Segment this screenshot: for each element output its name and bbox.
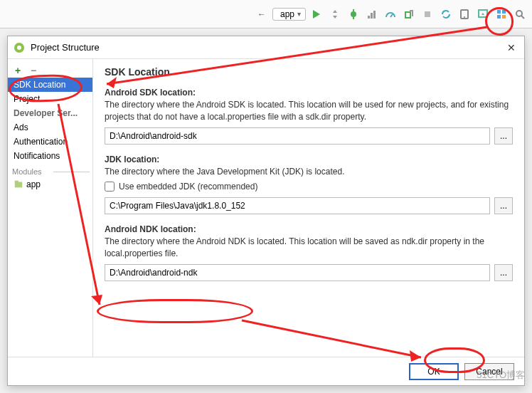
- svg-line-21: [521, 16, 524, 19]
- svg-point-4: [351, 11, 356, 17]
- panel-heading: SDK Location: [105, 66, 513, 78]
- project-structure-dialog: Project Structure ✕ + − SDK Location Pro…: [7, 36, 525, 386]
- svg-rect-16: [497, 10, 501, 14]
- svg-point-20: [516, 11, 522, 16]
- modules-separator: Modules: [8, 167, 92, 176]
- apply-changes-icon[interactable]: [327, 6, 343, 22]
- main-panel: SDK Location Android SDK location: The d…: [93, 59, 524, 357]
- sidebar-item-project[interactable]: Project: [8, 92, 92, 106]
- svg-line-10: [390, 14, 393, 17]
- sidebar-item-developer-services[interactable]: Developer Ser...: [8, 106, 92, 120]
- sdk-desc: The directory where the Android SDK is l…: [105, 99, 513, 123]
- sdk-section: Android SDK location: The directory wher…: [105, 88, 513, 145]
- svg-rect-9: [373, 11, 376, 19]
- svg-point-14: [464, 16, 465, 18]
- jdk-browse-button[interactable]: ...: [494, 197, 513, 214]
- svg-marker-3: [313, 10, 320, 19]
- sidebar: + − SDK Location Project Developer Ser..…: [8, 59, 93, 357]
- svg-rect-12: [425, 11, 430, 17]
- dialog-footer: OK Cancel: [8, 357, 524, 385]
- project-structure-icon[interactable]: [494, 6, 509, 22]
- ndk-desc: The directory where the Android NDK is l…: [105, 236, 513, 260]
- sidebar-item-authentication[interactable]: Authentication: [8, 135, 92, 149]
- svg-rect-24: [15, 182, 23, 188]
- chevron-down-icon: ▾: [297, 10, 301, 18]
- sdk-path-input[interactable]: [105, 127, 490, 145]
- sidebar-item-ads[interactable]: Ads: [8, 120, 92, 135]
- run-config-chip[interactable]: app ▾: [272, 8, 306, 21]
- jdk-section: JDK location: The directory where the Ja…: [105, 154, 513, 215]
- ndk-path-input[interactable]: [105, 264, 490, 281]
- dialog-titlebar: Project Structure ✕: [8, 36, 524, 59]
- run-config-label: app: [280, 9, 294, 19]
- module-icon: [14, 179, 23, 189]
- ide-toolbar: ← app ▾: [0, 0, 532, 28]
- ndk-label: Android NDK location:: [105, 224, 513, 234]
- svg-rect-7: [368, 16, 370, 19]
- stop-icon[interactable]: [420, 6, 435, 22]
- back-icon[interactable]: ←: [254, 6, 270, 22]
- speed-icon[interactable]: [383, 6, 398, 22]
- ndk-browse-button[interactable]: ...: [494, 264, 513, 281]
- sdk-manager-icon[interactable]: [475, 6, 491, 22]
- svg-rect-8: [371, 13, 373, 19]
- ndk-section: Android NDK location: The directory wher…: [105, 224, 513, 281]
- android-studio-icon: [14, 42, 25, 53]
- profiler-icon[interactable]: [364, 6, 380, 22]
- sync-icon[interactable]: [438, 6, 454, 22]
- sidebar-item-sdk-location[interactable]: SDK Location: [8, 78, 92, 92]
- use-embedded-jdk-label: Use embedded JDK (recommended): [119, 182, 257, 192]
- svg-rect-25: [15, 181, 18, 183]
- svg-rect-17: [502, 10, 506, 14]
- run-icon[interactable]: [309, 6, 324, 22]
- sdk-browse-button[interactable]: ...: [494, 127, 513, 145]
- search-icon[interactable]: [512, 6, 528, 22]
- ok-button[interactable]: OK: [409, 363, 459, 380]
- svg-rect-11: [405, 12, 410, 18]
- svg-rect-18: [497, 15, 501, 19]
- sdk-label: Android SDK location:: [105, 88, 513, 98]
- watermark: 51CTO博客: [477, 369, 525, 382]
- jdk-path-input[interactable]: [105, 197, 490, 214]
- module-label: app: [26, 179, 41, 189]
- sidebar-module-app[interactable]: app: [8, 177, 92, 192]
- close-icon[interactable]: ✕: [504, 42, 518, 53]
- sidebar-item-notifications[interactable]: Notifications: [8, 149, 92, 163]
- svg-rect-19: [502, 15, 506, 19]
- add-icon[interactable]: +: [12, 65, 23, 76]
- svg-point-23: [17, 46, 21, 50]
- dialog-title: Project Structure: [31, 42, 504, 53]
- attach-icon[interactable]: [401, 6, 417, 22]
- jdk-desc: The directory where the Java Development…: [105, 166, 513, 178]
- avd-manager-icon[interactable]: [457, 6, 472, 22]
- debug-icon[interactable]: [346, 6, 361, 22]
- use-embedded-jdk-checkbox[interactable]: [105, 182, 115, 192]
- jdk-label: JDK location:: [105, 154, 513, 164]
- remove-icon[interactable]: −: [28, 65, 39, 76]
